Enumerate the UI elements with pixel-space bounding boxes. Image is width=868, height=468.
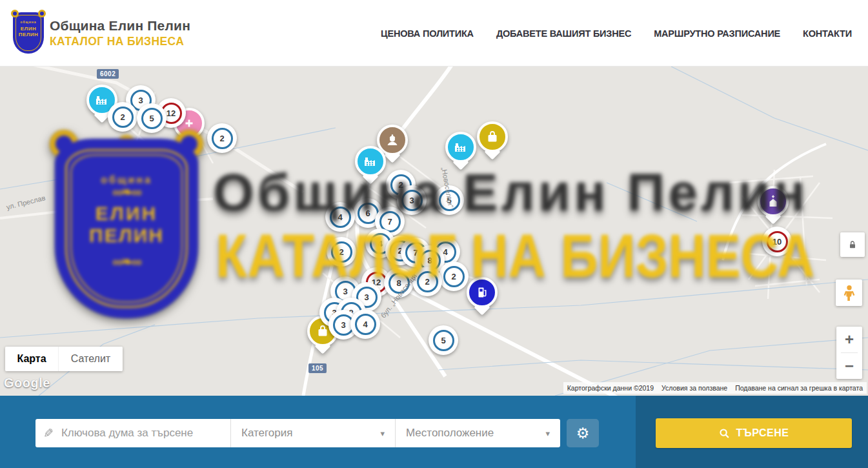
road-number-badge: 105 — [308, 363, 327, 373]
street-label: ул. Преслав — [6, 194, 46, 211]
search-icon — [719, 428, 730, 439]
crest-name-line1: ЕЛИН — [13, 26, 44, 32]
map-type-map-button[interactable]: Карта — [5, 347, 58, 371]
attribution-terms-link[interactable]: Условия за ползване — [658, 382, 731, 394]
keyword-search-input[interactable] — [61, 427, 223, 440]
map-type-switcher: Карта Сателит — [5, 347, 123, 371]
search-button-label: ТЪРСЕНЕ — [736, 427, 789, 439]
crest-ornament: ∞❧∞ — [112, 256, 141, 269]
nav-pricing-policy[interactable]: ЦЕНОВА ПОЛИТИКА — [381, 28, 474, 39]
watermark-title: Община Елин Пелин — [213, 162, 809, 223]
map-cluster[interactable]: 2 — [207, 123, 237, 153]
category-select-value: Категория — [241, 427, 292, 440]
map-cluster[interactable]: 5 — [429, 325, 458, 355]
map-attribution: Картографски данни ©2019 Условия за полз… — [563, 382, 867, 394]
nav-contacts[interactable]: КОНТАКТИ — [803, 28, 852, 39]
cluster-count: 2 — [212, 128, 233, 149]
search-bar: ✎ Категория ▾ Местоположение ▾ ⚙ ТЪРСЕНЕ — [0, 396, 868, 468]
google-logo[interactable]: Google — [4, 376, 50, 391]
crest-name-line2: ПЕЛИН — [13, 32, 44, 37]
cluster-count: 2 — [112, 107, 134, 128]
location-select-value: Местоположение — [406, 427, 494, 440]
crest-ornament: ∞❧∞ — [112, 186, 141, 199]
map-type-satellite-button[interactable]: Сателит — [58, 347, 123, 371]
map-cluster[interactable]: 5 — [137, 103, 167, 133]
crest-name-line1: ЕЛИН — [96, 203, 157, 225]
site-title: Община Елин Пелин — [50, 18, 190, 34]
nav-route-schedule[interactable]: МАРШРУТНО РАЗПИСАНИЕ — [654, 28, 780, 39]
crest-top-text: община — [13, 20, 44, 24]
lock-control-button[interactable] — [840, 232, 865, 257]
cluster-count: 4 — [355, 314, 376, 335]
attribution-copyright: Картографски данни ©2019 — [563, 382, 658, 394]
street-view-pegman-button[interactable] — [836, 280, 862, 306]
map-cluster[interactable]: 4 — [350, 309, 380, 339]
category-select[interactable]: Категория ▾ — [230, 419, 395, 447]
advanced-settings-button[interactable]: ⚙ — [567, 419, 599, 447]
search-submit-button[interactable]: ТЪРСЕНЕ — [656, 418, 852, 448]
pencil-icon: ✎ — [43, 426, 54, 441]
zoom-in-button[interactable]: + — [836, 327, 862, 352]
map-canvas[interactable]: 312252235647427428212823338345106002105у… — [0, 66, 868, 396]
road-number-badge: 6002 — [97, 69, 119, 79]
attribution-report-error-link[interactable]: Подаване на сигнал за грешка в картата — [731, 382, 867, 394]
location-select[interactable]: Местоположение ▾ — [395, 419, 560, 447]
zoom-out-button[interactable]: − — [836, 353, 862, 379]
watermark-crest: община ∞❧∞ ЕЛИН ПЕЛИН ∞❧∞ — [55, 139, 198, 318]
zoom-control: + − — [836, 327, 862, 379]
caret-down-icon: ▾ — [545, 429, 550, 438]
nav-add-your-business[interactable]: ДОБАВЕТЕ ВАШИЯТ БИЗНЕС — [496, 28, 631, 39]
cluster-count: 5 — [141, 108, 163, 129]
map-pin-bag[interactable] — [477, 121, 508, 152]
crest-name-line2: ПЕЛИН — [89, 225, 164, 247]
map-pin-factory[interactable] — [445, 132, 476, 163]
map-cluster[interactable]: 2 — [108, 102, 137, 132]
search-fields-group: ✎ Категория ▾ Местоположение ▾ — [35, 419, 560, 447]
factory-icon — [445, 132, 476, 163]
header: община ЕЛИН ПЕЛИН Община Елин Пелин КАТА… — [0, 0, 868, 66]
lock-icon — [847, 239, 858, 250]
municipal-crest-logo: община ЕЛИН ПЕЛИН — [13, 12, 44, 54]
bag-icon — [477, 121, 508, 152]
pegman-icon — [842, 285, 856, 301]
caret-down-icon: ▾ — [380, 429, 385, 438]
gear-icon: ⚙ — [576, 426, 590, 441]
main-nav: ЦЕНОВА ПОЛИТИКА ДОБАВЕТЕ ВАШИЯТ БИЗНЕС М… — [381, 0, 852, 66]
brand[interactable]: община ЕЛИН ПЕЛИН Община Елин Пелин КАТА… — [13, 12, 190, 54]
keyword-field-wrap: ✎ — [35, 419, 230, 447]
site-subtitle: КАТАЛОГ НА БИЗНЕСА — [50, 35, 190, 48]
watermark-subtitle: КАТАЛОГ НА БИЗНЕСА — [216, 221, 814, 291]
cluster-count: 5 — [433, 330, 454, 351]
